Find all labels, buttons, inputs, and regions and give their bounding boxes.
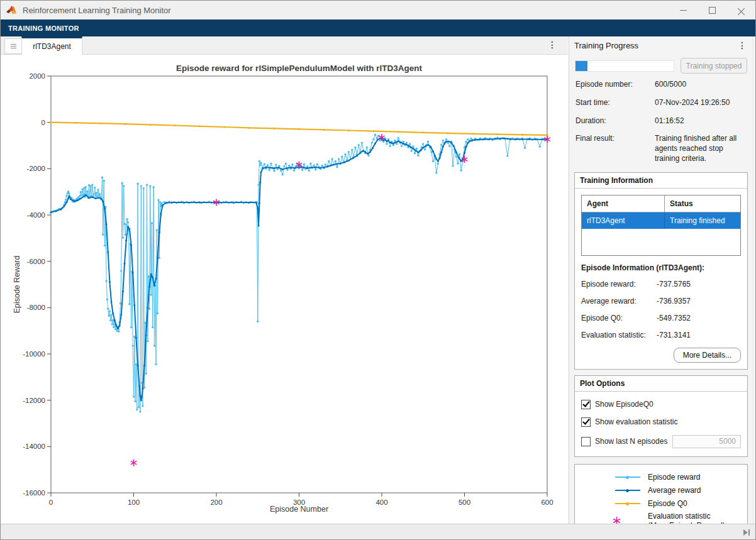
progress-row: Training stopped <box>575 58 747 74</box>
evaluation-statistic-value: -731.3141 <box>657 331 691 339</box>
panel-header: Training Progress ⋮ <box>569 36 753 54</box>
show-evaluation-statistic-option: Show evaluation statistic <box>581 417 741 427</box>
duration-row: Duration: 01:16:52 <box>575 116 747 126</box>
panel-menu-icon[interactable]: ⋮ <box>738 41 747 50</box>
episode-information-title: Episode Information (rlTD3Agent): <box>581 263 741 272</box>
expand-panel-icon[interactable] <box>743 529 751 536</box>
average-reward-value: -736.9357 <box>657 297 691 306</box>
show-last-n-episodes-checkbox[interactable] <box>581 437 591 446</box>
status-bar <box>1 524 755 540</box>
svg-text:-10000: -10000 <box>23 350 45 358</box>
svg-text:-6000: -6000 <box>27 258 45 265</box>
table-row[interactable]: rlTD3Agent Training finished <box>582 212 740 229</box>
app-window: Reinforcement Learning Training Monitor … <box>0 0 756 540</box>
svg-text:-4000: -4000 <box>27 211 45 219</box>
progress-fields: Episode number: 600/5000 Start time: 07-… <box>575 80 747 164</box>
last-n-episodes-input[interactable] <box>672 435 741 448</box>
ribbon: TRAINING MONITOR <box>1 19 755 36</box>
svg-text:2000: 2000 <box>29 72 45 80</box>
panel-title: Training Progress <box>574 41 638 50</box>
episode-q0-line-sample <box>575 503 640 504</box>
training-progress-panel: Training Progress ⋮ Training stopped Epi… <box>569 36 753 524</box>
grip-icon <box>11 44 16 48</box>
matlab-logo-icon <box>6 5 17 15</box>
svg-text:0: 0 <box>42 119 45 126</box>
episode-reward-value: -737.5765 <box>657 280 691 289</box>
training-stopped-button[interactable]: Training stopped <box>681 58 747 74</box>
final-result-row: Final result: Training finished after al… <box>575 134 747 163</box>
minimize-icon <box>680 10 687 11</box>
table-empty-area <box>582 229 740 255</box>
svg-text:200: 200 <box>210 499 222 506</box>
svg-text:-2000: -2000 <box>27 165 45 172</box>
svg-text:600: 600 <box>541 499 553 506</box>
window-title: Reinforcement Learning Training Monitor <box>23 6 171 15</box>
training-information-title: Training Information <box>575 173 747 189</box>
agent-column-header[interactable]: Agent <box>582 196 664 212</box>
svg-text:Episode Reward: Episode Reward <box>13 256 21 314</box>
legend-item-episode-reward: Episode reward <box>575 472 747 483</box>
maximize-icon <box>709 7 716 14</box>
show-evaluation-statistic-checkbox[interactable] <box>581 417 591 427</box>
plot-options-box: Plot Options Show EpisodeQ0 Show evaluat… <box>574 375 748 457</box>
episode-number-row: Episode number: 600/5000 <box>575 80 747 90</box>
reward-chart: 010020030040050060020000-2000-4000-6000-… <box>1 55 566 524</box>
final-result-value: Training finished after all agents reach… <box>655 134 747 163</box>
svg-text:400: 400 <box>375 499 387 506</box>
svg-text:500: 500 <box>459 499 470 506</box>
legend-item-episode-q0: Episode Q0 <box>575 499 747 509</box>
episode-q0-row: Episode Q0: -549.7352 <box>581 314 741 322</box>
more-details-button[interactable]: More Details... <box>674 348 741 363</box>
svg-text:Episode reward for rlSimplePen: Episode reward for rlSimplePendulumModel… <box>176 63 422 73</box>
average-reward-row: Average reward: -736.9357 <box>581 297 741 306</box>
training-progress-bar <box>575 60 674 72</box>
svg-text:-12000: -12000 <box>23 397 45 404</box>
evaluation-statistic-row: Evaluation statistic: -731.3141 <box>581 331 741 339</box>
episode-reward-line-sample <box>575 477 640 478</box>
panel-edge-strip <box>753 36 756 524</box>
show-last-n-episodes-option: Show last N episodes <box>581 435 741 448</box>
start-time-row: Start time: 07-Nov-2024 19:26:50 <box>575 98 747 108</box>
svg-text:-8000: -8000 <box>27 304 45 311</box>
status-cell: Training finished <box>664 212 740 229</box>
close-icon <box>738 7 745 14</box>
window-controls <box>669 1 755 19</box>
show-episodeq0-option: Show EpisodeQ0 <box>581 400 741 409</box>
tab-bar: rlTD3Agent ⋮ <box>1 36 568 55</box>
minimize-button[interactable] <box>669 1 698 19</box>
episode-information-rows: Episode reward: -737.5765 Average reward… <box>581 280 741 339</box>
average-reward-line-sample <box>575 490 640 491</box>
episode-reward-row: Episode reward: -737.5765 <box>581 280 741 289</box>
maximize-button[interactable] <box>698 1 726 19</box>
svg-text:-16000: -16000 <box>23 489 45 497</box>
close-button[interactable] <box>726 1 755 19</box>
plot-options-title: Plot Options <box>575 376 747 392</box>
show-episodeq0-checkbox[interactable] <box>581 400 591 409</box>
agent-cell: rlTD3Agent <box>582 212 664 229</box>
svg-text:-14000: -14000 <box>23 443 45 450</box>
tab-rltd3agent[interactable]: rlTD3Agent <box>21 36 82 55</box>
agent-status-table: Agent Status rlTD3Agent Training finishe… <box>581 195 741 256</box>
episode-number-value: 600/5000 <box>655 80 747 90</box>
title-bar: Reinforcement Learning Training Monitor <box>1 1 755 19</box>
training-information-box: Training Information Agent Status rlTD3A… <box>574 172 748 370</box>
svg-text:Episode Number: Episode Number <box>270 505 328 514</box>
progress-fill <box>575 61 587 71</box>
duration-value: 01:16:52 <box>655 116 747 126</box>
status-column-header[interactable]: Status <box>664 196 740 212</box>
svg-text:0: 0 <box>49 499 53 506</box>
chart-document: 010020030040050060020000-2000-4000-6000-… <box>1 55 568 524</box>
svg-text:100: 100 <box>128 499 140 506</box>
episode-q0-value: -549.7352 <box>657 314 691 322</box>
legend-item-average-reward: Average reward <box>575 485 747 496</box>
start-time-value: 07-Nov-2024 19:26:50 <box>655 98 747 108</box>
ribbon-tab-training-monitor[interactable]: TRAINING MONITOR <box>8 25 79 32</box>
tab-grip-handle[interactable] <box>4 38 22 54</box>
table-header-row: Agent Status <box>582 196 740 212</box>
document-menu-icon[interactable]: ⋮ <box>548 40 557 49</box>
